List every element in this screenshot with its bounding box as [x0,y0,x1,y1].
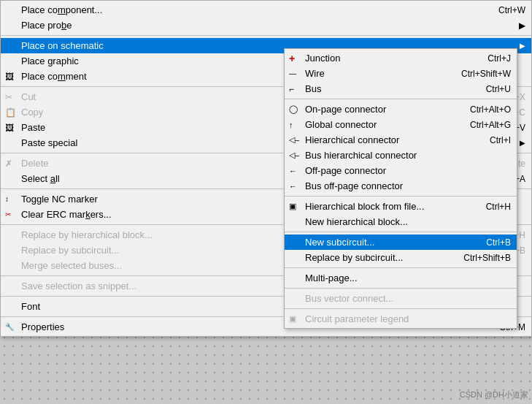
hierarchical-connector-label: Hierarchical connector [305,134,399,145]
bus-off-page-connector-label: Bus off-page connector [305,180,403,191]
comment-icon: 🖼 [5,72,14,82]
bus-vector-connect-item[interactable]: Bus vector connect... [285,291,517,306]
wire-shortcut: Ctrl+Shift+W [447,69,511,79]
multi-page-item[interactable]: Multi-page... [285,270,517,286]
new-subcircuit-shortcut: Ctrl+B [471,237,511,248]
bus-label: Bus [305,83,321,94]
sub-separator-4 [285,267,517,268]
delete-label: Delete [21,158,49,169]
place-comment-label: Place comment [21,71,87,82]
hierarchical-block-file-item[interactable]: ▣ Hierarchical block from file... Ctrl+H [285,199,517,214]
global-connector-label: Global connector [305,119,377,130]
new-hierarchical-block-label: New hierarchical block... [305,216,408,227]
wire-item[interactable]: — Wire Ctrl+Shift+W [285,66,517,81]
off-page-connector-label: Off-page connector [305,165,386,176]
new-subcircuit-label: New subcircuit... [305,237,374,248]
hierarchical-block-file-icon: ▣ [289,202,296,211]
select-all-label: Select all [21,173,60,184]
on-page-connector-shortcut: Ctrl+Alt+O [455,104,511,115]
hierarchical-connector-item[interactable]: ◁– Hierarchical connector Ctrl+I [285,132,517,148]
circuit-parameter-legend-item[interactable]: ▣ Circuit parameter legend [285,311,517,327]
copy-icon: 📋 [5,107,16,118]
bus-shortcut: Ctrl+U [471,84,511,94]
off-page-connector-item[interactable]: ← Off-page connector [285,163,517,178]
junction-shortcut: Ctrl+J [473,53,511,64]
place-probe-shortcut: ▶ [504,20,525,31]
junction-label: Junction [305,53,340,64]
cut-icon: ✂ [5,92,12,102]
sub-separator-1 [285,99,517,99]
properties-icon: 🔧 [5,323,14,331]
submenu: + Junction Ctrl+J — Wire Ctrl+Shift+W ⌐ … [284,48,517,329]
bus-icon: ⌐ [289,84,294,94]
separator-1 [1,35,531,36]
off-page-connector-icon: ← [289,167,297,175]
place-component-item[interactable]: Place component... Ctrl+W [1,2,531,18]
delete-icon: ✗ [5,159,12,169]
bus-vector-connect-label: Bus vector connect... [305,293,393,304]
clear-erc-label: Clear ERC markers... [21,209,112,220]
hierarchical-connector-icon: ◁– [289,135,299,145]
place-component-label: Place component... [21,4,102,15]
global-connector-shortcut: Ctrl+Alt+G [455,120,511,130]
bus-off-page-connector-icon: ← [289,182,297,191]
hierarchical-connector-shortcut: Ctrl+I [475,135,511,145]
font-label: Font [21,301,40,312]
multi-page-label: Multi-page... [305,272,358,283]
replace-by-subcircuit-item[interactable]: Replace by subcircuit... Ctrl+Shift+B [285,250,517,265]
junction-item[interactable]: + Junction Ctrl+J [285,50,517,66]
properties-label: Properties [21,321,64,332]
replace-subcircuit-label: Replace by subcircuit... [21,245,119,256]
new-hierarchical-block-item[interactable]: New hierarchical block... [285,214,517,229]
place-component-shortcut: Ctrl+W [484,5,525,15]
place-probe-label: Place probe [21,20,72,31]
clear-erc-icon: ✂ [5,210,11,218]
on-page-connector-item[interactable]: ◯ On-page connector Ctrl+Alt+O [285,102,517,117]
sub-separator-3 [285,232,517,232]
circuit-parameter-legend-label: Circuit parameter legend [305,313,409,324]
replace-by-subcircuit-shortcut: Ctrl+Shift+B [449,253,511,263]
paste-icon: 🖼 [5,123,14,133]
bus-hierarchical-connector-icon: ◁– [289,150,299,160]
bus-item[interactable]: ⌐ Bus Ctrl+U [285,81,517,96]
sub-separator-5 [285,288,517,289]
place-on-schematic-label: Place on schematic [21,40,104,51]
wire-icon: — [289,69,296,77]
cut-label: Cut [21,91,36,102]
save-snippet-label: Save selection as snippet... [21,281,136,291]
watermark: CSDN @DH小道家 [460,389,528,400]
bus-off-page-connector-item[interactable]: ← Bus off-page connector [285,178,517,194]
place-graphic-label: Place graphic [21,56,79,66]
new-subcircuit-item[interactable]: New subcircuit... Ctrl+B [285,235,517,250]
hierarchical-block-file-label: Hierarchical block from file... [305,201,424,212]
global-connector-item[interactable]: ↑ Global connector Ctrl+Alt+G [285,117,517,132]
toggle-nc-icon: ↕ [5,195,9,203]
circuit-parameter-legend-icon: ▣ [289,314,296,324]
place-probe-item[interactable]: Place probe ▶ [1,18,531,33]
paste-special-label: Paste special [21,137,77,148]
merge-buses-label: Merge selected buses... [21,260,122,271]
sub-separator-2 [285,196,517,197]
on-page-connector-icon: ◯ [289,104,298,114]
replace-by-subcircuit-label: Replace by subcircuit... [305,252,403,263]
paste-label: Paste [21,122,45,133]
junction-icon: + [289,53,295,64]
toggle-nc-label: Toggle NC marker [21,194,98,205]
bus-hierarchical-connector-item[interactable]: ◁– Bus hierarchical connector [285,148,517,163]
global-connector-icon: ↑ [289,121,293,129]
sub-separator-6 [285,308,517,309]
bus-hierarchical-connector-label: Bus hierarchical connector [305,150,417,161]
replace-hierarchical-label: Replace by hierarchical block... [21,229,153,240]
hierarchical-block-file-shortcut: Ctrl+H [471,202,511,212]
copy-label: Copy [21,107,43,118]
on-page-connector-label: On-page connector [305,104,386,115]
wire-label: Wire [305,68,325,79]
